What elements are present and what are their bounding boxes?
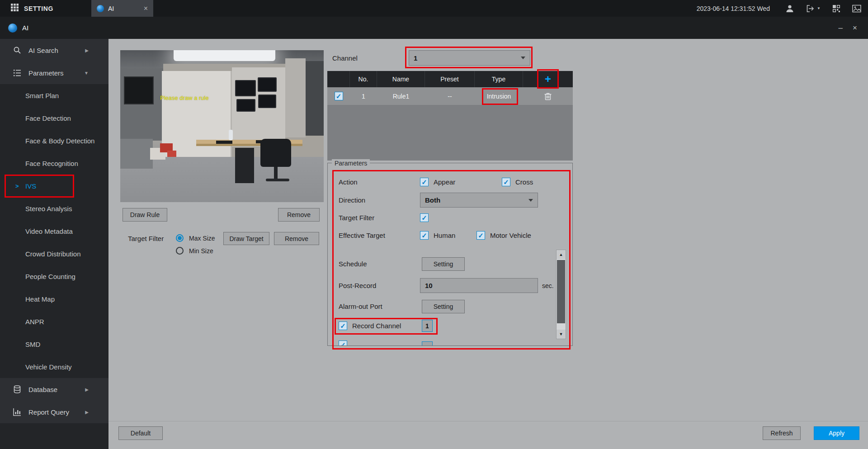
user-icon[interactable]	[785, 4, 794, 13]
setting-menu[interactable]: SETTING	[11, 0, 53, 17]
default-button[interactable]: Default	[118, 426, 163, 440]
search-icon	[13, 46, 23, 55]
sidebar-item-face-detection[interactable]: Face Detection	[0, 107, 108, 129]
target-filter-checkbox[interactable]	[420, 213, 429, 222]
record-channel-button[interactable]: 1	[422, 320, 433, 332]
sidebar-item-ai-search[interactable]: AI Search	[0, 39, 108, 61]
remove-target-button[interactable]: Remove	[274, 232, 319, 245]
refresh-button[interactable]: Refresh	[763, 426, 801, 440]
appear-checkbox-group[interactable]: Appear	[420, 178, 455, 186]
appear-label: Appear	[434, 178, 455, 186]
radio-icon[interactable]	[176, 247, 184, 255]
parameters-panel: Action Appear Cross Direction Both Targe…	[327, 163, 573, 346]
window-title-bar: AI – ×	[0, 17, 868, 39]
sidebar-item-stereo-analysis[interactable]: Stereo Analysis	[0, 197, 108, 220]
sidebar-item-label: Smart Plan	[25, 92, 59, 99]
table-row[interactable]: 1 Rule1 -- Intrusion	[327, 87, 573, 105]
parameters-group-title: Parameters	[332, 159, 370, 167]
sidebar-item-label: Crowd Distribution	[25, 250, 81, 258]
clipped-checkbox[interactable]	[339, 340, 347, 346]
report-chart-icon	[13, 407, 23, 416]
header-no: No.	[350, 71, 377, 87]
record-channel-checkbox-group[interactable]: Record Channel	[339, 321, 401, 330]
motor-vehicle-label: Motor Vehicle	[490, 232, 531, 239]
radio-icon[interactable]	[176, 234, 184, 242]
sidebar-item-database[interactable]: Database	[0, 378, 108, 401]
schedule-setting-button[interactable]: Setting	[422, 257, 465, 271]
parameters-scrollbar[interactable]	[556, 250, 566, 339]
sidebar-item-face-recognition[interactable]: Face Recognition	[0, 152, 108, 175]
sidebar-item-anpr[interactable]: ANPR	[0, 310, 108, 333]
sidebar-item-smart-plan[interactable]: Smart Plan	[0, 84, 108, 107]
sidebar-item-heat-map[interactable]: Heat Map	[0, 288, 108, 310]
alarm-out-label: Alarm-out Port	[339, 302, 382, 311]
direction-dropdown[interactable]: Both	[420, 193, 538, 208]
motor-vehicle-checkbox-group[interactable]: Motor Vehicle	[476, 231, 531, 240]
sidebar-item-parameters[interactable]: Parameters	[0, 61, 108, 84]
delete-rule-icon[interactable]	[544, 92, 552, 100]
scroll-down-button[interactable]	[557, 330, 566, 339]
top-bar-right: 2023-06-14 12:31:52 Wed ▼	[697, 0, 868, 17]
sidebar-item-label: Stereo Analysis	[25, 205, 72, 213]
scene-cubicle-wall	[120, 139, 153, 169]
header-preset: Preset	[425, 71, 475, 87]
camera-preview[interactable]: Please draw a rule	[120, 50, 324, 202]
rule-type: Intrusion	[475, 87, 523, 105]
min-size-radio[interactable]: Min Size	[176, 247, 213, 255]
record-channel-checkbox[interactable]	[339, 321, 347, 330]
globe-icon	[8, 24, 17, 33]
scene-office-chair	[260, 139, 291, 167]
sidebar-item-ivs[interactable]: IVS	[0, 175, 108, 197]
remove-rule-button[interactable]: Remove	[278, 208, 320, 222]
post-record-input[interactable]	[420, 278, 538, 293]
sidebar-item-video-metadata[interactable]: Video Metadata	[0, 220, 108, 242]
qr-code-icon[interactable]	[832, 5, 840, 13]
scene-right-wall	[285, 58, 306, 137]
human-checkbox-group[interactable]: Human	[420, 231, 455, 240]
apps-grid-icon[interactable]	[11, 4, 19, 13]
minimize-button[interactable]: –	[839, 24, 843, 32]
clipped-channel-button[interactable]	[422, 341, 433, 346]
scene-water-bottle	[229, 130, 233, 140]
human-checkbox[interactable]	[420, 231, 429, 240]
sidebar-item-label: IVS	[25, 182, 36, 190]
appear-checkbox[interactable]	[420, 178, 429, 186]
rule-checkbox[interactable]	[335, 92, 343, 100]
list-icon	[13, 68, 23, 77]
tab-close-icon[interactable]: ×	[144, 5, 148, 12]
datetime: 2023-06-14 12:31:52 Wed	[697, 5, 770, 12]
cross-checkbox[interactable]	[502, 178, 510, 186]
draw-rule-button[interactable]: Draw Rule	[123, 208, 167, 222]
scene-red-object	[167, 151, 176, 157]
draw-target-button[interactable]: Draw Target	[223, 232, 269, 245]
add-rule-button[interactable]: +	[545, 74, 551, 85]
sidebar-item-crowd-distribution[interactable]: Crowd Distribution	[0, 242, 108, 265]
sidebar-item-people-counting[interactable]: People Counting	[0, 265, 108, 288]
sidebar-item-label: Face Detection	[25, 114, 71, 122]
scene-wall-tv	[124, 76, 154, 104]
target-filter-checkbox-group[interactable]	[420, 213, 429, 222]
sidebar-item-smd[interactable]: SMD	[0, 333, 108, 355]
cross-checkbox-group[interactable]: Cross	[502, 178, 533, 186]
rules-table: No. Name Preset Type + 1 Rule1 -- Intrus…	[327, 71, 573, 161]
channel-dropdown[interactable]: 1	[409, 50, 530, 66]
sidebar-item-label: Video Metadata	[25, 227, 73, 235]
logout-icon[interactable]: ▼	[806, 5, 821, 13]
wallpaper-icon[interactable]	[852, 5, 861, 13]
scroll-up-button[interactable]	[557, 250, 566, 259]
chevron-right-icon	[85, 410, 89, 415]
sidebar-item-face-body-detection[interactable]: Face & Body Detection	[0, 129, 108, 152]
top-bar: SETTING AI × 2023-06-14 12:31:52 Wed ▼	[0, 0, 868, 17]
close-button[interactable]: ×	[853, 24, 857, 32]
apply-button[interactable]: Apply	[814, 426, 859, 440]
schedule-label: Schedule	[339, 260, 367, 268]
motor-vehicle-checkbox[interactable]	[476, 231, 485, 240]
sidebar-item-report-query[interactable]: Report Query	[0, 401, 108, 423]
alarm-out-setting-button[interactable]: Setting	[422, 300, 465, 313]
tab-ai[interactable]: AI ×	[91, 0, 153, 17]
sidebar-item-label: Heat Map	[25, 295, 55, 303]
sidebar-item-vehicle-density[interactable]: Vehicle Density	[0, 355, 108, 378]
scroll-track[interactable]	[557, 259, 566, 330]
scroll-thumb[interactable]	[557, 260, 565, 323]
max-size-radio[interactable]: Max Size	[176, 234, 215, 242]
